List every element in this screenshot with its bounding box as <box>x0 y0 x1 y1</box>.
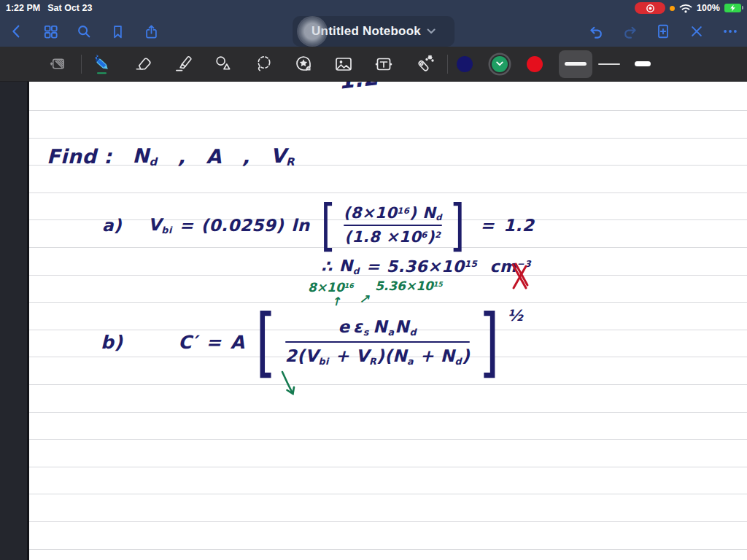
nav-right-group <box>587 22 740 41</box>
equation-b: b) C′ = A [ eεsNaNd 2(Vbi + VR)(Na + Nd)… <box>101 298 523 386</box>
notebook-page[interactable]: 1.2 Find : Nd , A , VR a) Vbi = (0.0259)… <box>27 82 747 560</box>
laser-pointer-icon <box>414 53 435 74</box>
title-chevron-down-icon <box>427 28 436 34</box>
panel-toggle-icon <box>48 54 68 74</box>
shapes-icon <box>214 54 233 74</box>
battery-charging-icon <box>724 4 741 12</box>
close-icon <box>689 24 704 39</box>
color-swatch-green-selected[interactable] <box>492 56 508 72</box>
battery-percent: 100% <box>697 3 720 13</box>
sticker-icon <box>293 54 314 74</box>
back-button[interactable] <box>7 22 26 41</box>
clipped-writing-fragment: 1.2 <box>338 82 379 90</box>
bookmark-button[interactable] <box>108 22 127 41</box>
search-icon <box>76 23 92 39</box>
shapes-tool-button[interactable] <box>211 52 236 77</box>
conclusion-line: ∴ Nd = 5.36×1015 cm−3 <box>321 257 531 276</box>
wifi-icon <box>679 4 692 13</box>
frac-a-numerator: (8×1016) Nd <box>344 204 442 222</box>
highlighter-icon <box>174 54 193 74</box>
equation-a: a) Vbi = (0.0259) ln [ (8×1016) Nd (1.8 … <box>102 192 534 257</box>
red-x-mark <box>508 261 531 292</box>
touch-indicator <box>298 18 326 45</box>
eraser-tool-button[interactable] <box>131 52 155 77</box>
undo-icon <box>588 23 605 40</box>
clock-time: 1:22 PM <box>6 3 40 13</box>
close-button[interactable] <box>687 22 706 41</box>
notebook-title: Untitled Notebook <box>311 24 421 39</box>
nav-left-group <box>7 22 160 41</box>
find-a: A <box>206 145 221 168</box>
fraction-bar <box>285 341 470 343</box>
drawing-toolbar <box>0 47 747 82</box>
toolbar-divider-2 <box>447 55 448 74</box>
pen-tool-button[interactable] <box>90 52 115 77</box>
stroke-medium-preview <box>565 62 587 66</box>
highlighter-tool-button[interactable] <box>171 52 196 77</box>
stroke-thick-button[interactable] <box>626 50 659 78</box>
page-left-gutter <box>0 82 27 560</box>
redo-button[interactable] <box>620 22 639 41</box>
sticker-tool-button[interactable] <box>291 52 316 77</box>
green-note-na: 8×1016 <box>308 280 354 295</box>
undo-button[interactable] <box>587 22 605 41</box>
pages-overview-button[interactable] <box>41 22 60 41</box>
text-tool-button[interactable] <box>371 52 396 77</box>
text-icon <box>374 54 394 74</box>
photo-tool-button[interactable] <box>331 52 356 77</box>
stroke-thin-button[interactable] <box>592 50 626 78</box>
mic-in-use-icon <box>670 6 675 11</box>
lasso-tool-button[interactable] <box>251 52 276 77</box>
frac-b-numerator: eεsNaNd <box>338 317 417 338</box>
pen-tool-icon <box>92 53 114 75</box>
exponent-half: ½ <box>507 307 523 324</box>
find-vr: VR <box>271 144 295 168</box>
find-nd: Nd <box>132 144 157 168</box>
more-ellipsis-icon <box>722 23 738 39</box>
result-a: 1.2 <box>503 216 534 235</box>
frac-a-denominator: (1.8 ×106)2 <box>344 228 441 246</box>
back-chevron-icon <box>9 23 25 39</box>
note-canvas[interactable]: 1.2 Find : Nd , A , VR a) Vbi = (0.0259)… <box>0 82 747 560</box>
panel-toggle-button[interactable] <box>45 52 70 77</box>
notes-app-window: 1:22 PM Sat Oct 23 100% <box>0 0 747 560</box>
add-page-icon <box>655 23 671 39</box>
stroke-thick-preview <box>635 61 651 66</box>
fraction-bar <box>344 225 442 227</box>
frac-b-denominator: 2(Vbi + VR)(Na + Nd) <box>285 346 470 367</box>
part-b-label: b) <box>101 332 123 353</box>
stroke-medium-button[interactable] <box>559 50 592 78</box>
record-icon <box>646 4 655 13</box>
screen-recording-indicator[interactable] <box>635 2 665 14</box>
more-button[interactable] <box>721 22 740 41</box>
clock-date: Sat Oct 23 <box>47 3 92 13</box>
lasso-icon <box>254 54 274 74</box>
bookmark-icon <box>110 24 125 39</box>
color-swatch-navy[interactable] <box>457 56 473 72</box>
share-button[interactable] <box>142 22 160 41</box>
color-swatch-red[interactable] <box>527 56 543 72</box>
redo-icon <box>622 23 638 40</box>
notebook-title-button[interactable]: Untitled Notebook <box>293 16 454 47</box>
grid-icon <box>42 23 59 40</box>
part-a-label: a) <box>102 216 122 235</box>
eraser-icon <box>133 54 153 74</box>
status-bar: 1:22 PM Sat Oct 23 100% <box>0 0 747 16</box>
search-button[interactable] <box>74 22 93 41</box>
find-line: Find : Nd , A , VR <box>47 144 295 168</box>
nav-bar: Untitled Notebook <box>0 16 747 47</box>
toolbar-divider <box>81 55 82 74</box>
share-icon <box>144 24 159 39</box>
add-page-button[interactable] <box>654 22 673 41</box>
stroke-thin-preview <box>598 63 620 65</box>
swatch-chevron-down-icon <box>496 61 503 66</box>
laser-pointer-tool-button[interactable] <box>411 52 436 77</box>
photo-icon <box>333 54 354 74</box>
find-label: Find : <box>47 145 112 168</box>
green-down-arrow <box>279 370 301 398</box>
green-note-nd: 5.36×1015 <box>375 279 443 293</box>
